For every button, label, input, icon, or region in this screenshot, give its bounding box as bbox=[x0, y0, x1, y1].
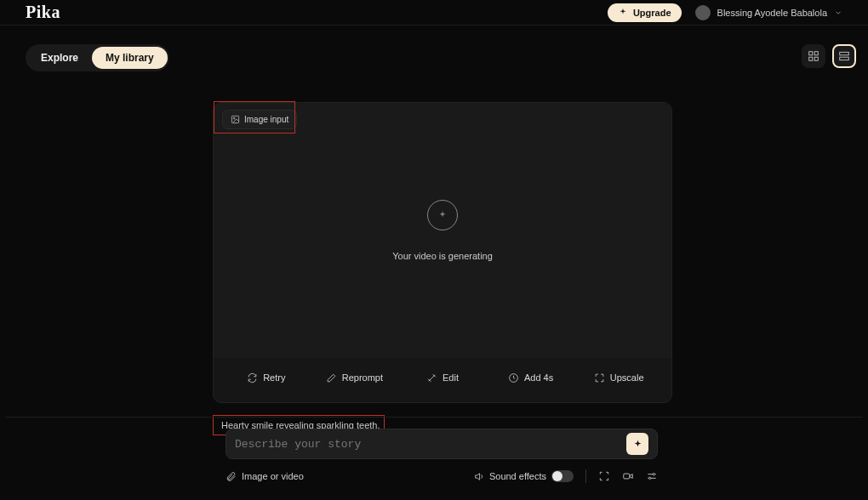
upscale-label: Upscale bbox=[610, 372, 644, 383]
aspect-icon bbox=[598, 470, 610, 482]
user-name: Blessing Ayodele Babalola bbox=[717, 8, 827, 18]
retry-button[interactable]: Retry bbox=[222, 372, 311, 384]
grid-icon bbox=[808, 50, 819, 62]
generate-button[interactable] bbox=[626, 433, 648, 455]
image-input-chip[interactable]: Image input bbox=[222, 110, 297, 129]
loading-spinner bbox=[427, 200, 458, 230]
svg-rect-4 bbox=[840, 52, 849, 55]
tab-my-library[interactable]: My library bbox=[92, 47, 168, 69]
edit-button[interactable]: Edit bbox=[398, 372, 487, 384]
tab-explore[interactable]: Explore bbox=[27, 47, 92, 69]
list-icon bbox=[838, 50, 850, 62]
upscale-button[interactable]: Upscale bbox=[574, 372, 663, 384]
user-menu[interactable]: Blessing Ayodele Babalola bbox=[695, 5, 842, 20]
generation-card-area: Image input Your video is generating Ret… bbox=[213, 102, 672, 435]
add-4s-button[interactable]: Add 4s bbox=[487, 372, 575, 384]
sound-effects-toggle-group: Sound effects bbox=[473, 470, 574, 482]
prompt-tools: Image or video Sound effects bbox=[226, 469, 658, 483]
sound-effects-toggle[interactable] bbox=[551, 470, 574, 482]
svg-rect-1 bbox=[814, 52, 818, 55]
image-input-label: Image input bbox=[244, 115, 288, 124]
settings-button[interactable] bbox=[646, 470, 658, 482]
wand-icon bbox=[426, 372, 437, 384]
sparkle-icon bbox=[632, 439, 643, 450]
grid-view-button[interactable] bbox=[802, 44, 825, 68]
nav-tabs: Explore My library bbox=[26, 44, 169, 71]
avatar bbox=[695, 5, 711, 20]
upgrade-label: Upgrade bbox=[633, 8, 671, 18]
svg-rect-0 bbox=[809, 52, 813, 55]
divider bbox=[585, 469, 586, 483]
sound-label: Sound effects bbox=[489, 471, 546, 481]
clock-icon bbox=[508, 372, 519, 384]
add4s-label: Add 4s bbox=[524, 372, 553, 383]
app-header: Pika Upgrade Blessing Ayodele Babalola bbox=[0, 0, 868, 26]
svg-point-11 bbox=[649, 477, 651, 479]
retry-label: Retry bbox=[263, 372, 285, 383]
camera-button[interactable] bbox=[622, 470, 634, 482]
svg-rect-9 bbox=[624, 474, 630, 479]
svg-rect-5 bbox=[840, 57, 849, 60]
edit-label: Edit bbox=[443, 372, 459, 383]
svg-rect-2 bbox=[809, 57, 813, 60]
prompt-box bbox=[226, 429, 658, 459]
attach-button[interactable]: Image or video bbox=[226, 471, 304, 482]
reprompt-label: Reprompt bbox=[342, 372, 383, 383]
aspect-ratio-button[interactable] bbox=[598, 470, 610, 482]
video-camera-icon bbox=[622, 470, 634, 482]
svg-point-10 bbox=[653, 474, 654, 475]
svg-point-7 bbox=[233, 117, 235, 119]
svg-rect-6 bbox=[231, 116, 238, 122]
sound-icon bbox=[473, 471, 484, 482]
chevron-down-icon bbox=[834, 9, 842, 17]
generating-text: Your video is generating bbox=[392, 251, 493, 261]
edit-pencil-icon bbox=[326, 372, 337, 384]
view-toggles bbox=[802, 44, 856, 68]
brand-logo: Pika bbox=[26, 3, 60, 22]
generation-card: Image input Your video is generating Ret… bbox=[213, 102, 672, 403]
prompt-area: Image or video Sound effects bbox=[226, 429, 658, 483]
reprompt-button[interactable]: Reprompt bbox=[311, 372, 399, 384]
divider bbox=[5, 417, 863, 418]
expand-icon bbox=[594, 372, 605, 384]
sparkle-icon bbox=[437, 209, 448, 221]
prompt-input[interactable] bbox=[235, 438, 626, 451]
list-view-button[interactable] bbox=[832, 44, 856, 68]
svg-rect-3 bbox=[814, 57, 818, 60]
video-preview: Your video is generating bbox=[214, 103, 671, 358]
sparkle-icon bbox=[618, 8, 628, 18]
retry-icon bbox=[247, 372, 258, 384]
sliders-icon bbox=[646, 470, 658, 482]
card-action-bar: Retry Reprompt Edit Add 4s Upscale bbox=[214, 361, 671, 394]
image-icon bbox=[231, 115, 240, 124]
upgrade-button[interactable]: Upgrade bbox=[608, 3, 682, 22]
attach-label: Image or video bbox=[242, 471, 304, 481]
paperclip-icon bbox=[226, 471, 237, 482]
